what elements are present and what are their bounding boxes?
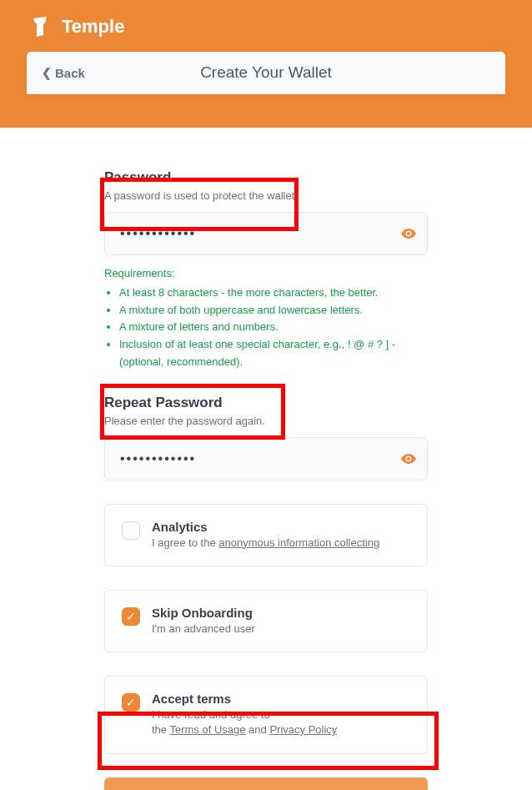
eye-icon xyxy=(401,454,416,464)
requirement-item: A mixture of letters and numbers. xyxy=(119,319,428,336)
privacy-policy-link[interactable]: Privacy Policy xyxy=(269,723,337,736)
repeat-password-input[interactable] xyxy=(104,437,428,481)
accept-terms-desc: I have read and agree to the Terms of Us… xyxy=(152,707,410,737)
chevron-left-icon: ❮ xyxy=(42,66,52,79)
accept-terms-title: Accept terms xyxy=(152,692,410,706)
analytics-desc: I agree to the anonymous information col… xyxy=(152,536,410,551)
svg-point-1 xyxy=(407,457,410,460)
temple-logo-icon xyxy=(27,13,53,40)
requirement-item: Inclusion of at least one special charac… xyxy=(119,336,428,371)
password-requirements: Requirements: At least 8 characters - th… xyxy=(104,265,428,371)
eye-icon xyxy=(401,229,416,239)
password-label: Password xyxy=(104,169,428,186)
toggle-repeat-password-visibility[interactable] xyxy=(401,454,416,464)
create-button[interactable]: Create xyxy=(104,777,428,790)
requirement-item: At least 8 characters - the more charact… xyxy=(119,284,428,302)
terms-of-usage-link[interactable]: Terms of Usage xyxy=(169,723,245,736)
analytics-link[interactable]: anonymous information collecting xyxy=(218,536,379,549)
svg-point-0 xyxy=(407,232,410,235)
brand-logo: Temple xyxy=(27,13,505,40)
repeat-password-sublabel: Please enter the password again. xyxy=(104,415,428,427)
analytics-checkbox[interactable] xyxy=(122,521,140,540)
accept-terms-option[interactable]: ✓ Accept terms I have read and agree to … xyxy=(104,676,428,753)
requirements-title: Requirements: xyxy=(104,265,428,283)
analytics-option[interactable]: Analytics I agree to the anonymous infor… xyxy=(104,504,428,566)
password-sublabel: A password is used to protect the wallet… xyxy=(104,189,428,202)
skip-onboarding-option[interactable]: ✓ Skip Onboarding I'm an advanced user xyxy=(104,590,428,652)
skip-onboarding-checkbox[interactable]: ✓ xyxy=(122,607,140,626)
card-header: ❮ Back Create Your Wallet xyxy=(27,52,505,94)
checkmark-icon: ✓ xyxy=(126,611,136,622)
analytics-title: Analytics xyxy=(152,520,410,534)
password-input[interactable] xyxy=(104,212,428,255)
toggle-password-visibility[interactable] xyxy=(401,229,416,239)
skip-onboarding-title: Skip Onboarding xyxy=(152,606,410,620)
requirement-item: A mixture of both uppercase and lowercas… xyxy=(119,302,428,320)
back-label: Back xyxy=(55,66,85,80)
back-button[interactable]: ❮ Back xyxy=(42,66,85,80)
accept-terms-checkbox[interactable]: ✓ xyxy=(122,693,140,712)
repeat-password-label: Repeat Password xyxy=(104,395,428,411)
brand-name: Temple xyxy=(62,16,124,38)
skip-onboarding-desc: I'm an advanced user xyxy=(152,621,410,637)
page-title: Create Your Wallet xyxy=(42,63,490,82)
checkmark-icon: ✓ xyxy=(126,697,136,708)
